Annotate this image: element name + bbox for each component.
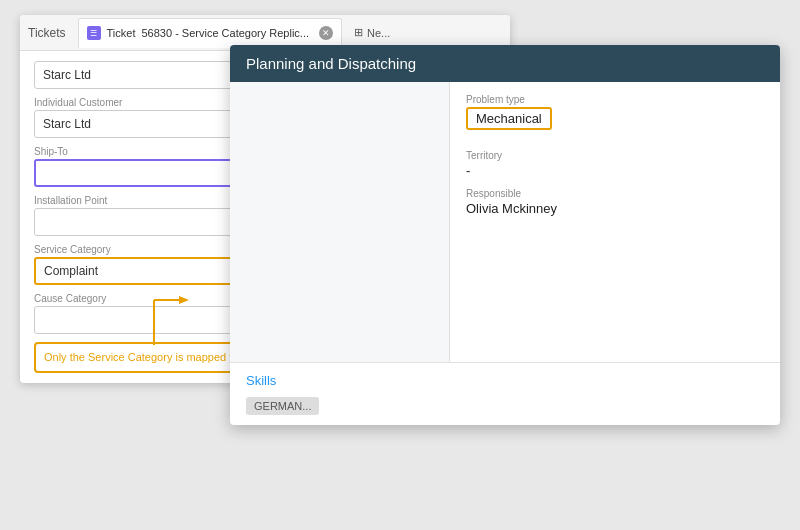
tab-close-button[interactable]: ✕ [319, 26, 333, 40]
planning-body: Problem type Mechanical Territory - Resp… [230, 82, 780, 362]
problem-type-group: Problem type Mechanical [466, 94, 764, 140]
ticket-tab[interactable]: ☰ Ticket 56830 - Service Category Replic… [78, 18, 342, 48]
individual-customer-group: Individual Customer Starc Ltd ⧉ [34, 97, 260, 138]
new-tab[interactable]: ⊞ Ne... [346, 22, 398, 43]
territory-group: Territory - [466, 150, 764, 178]
planning-right-panel: Problem type Mechanical Territory - Resp… [450, 82, 780, 362]
territory-value: - [466, 163, 764, 178]
company-input[interactable]: Starc Ltd ⧉ [34, 61, 260, 89]
responsible-label: Responsible [466, 188, 764, 199]
skills-title: Skills [246, 373, 764, 388]
tickets-tab-label: Tickets [28, 26, 66, 40]
planning-left-panel [230, 82, 450, 362]
responsible-value: Olivia Mckinney [466, 201, 764, 216]
ticket-tab-subtitle: 56830 - Service Category Replic... [142, 27, 310, 39]
individual-customer-label: Individual Customer [34, 97, 260, 108]
company-field: Starc Ltd ⧉ [34, 61, 260, 89]
planning-card: Planning and Dispatching Problem type Me… [230, 45, 780, 425]
individual-customer-value: Starc Ltd [43, 117, 91, 131]
planning-header: Planning and Dispatching [230, 45, 780, 82]
callout-arrow [124, 290, 204, 350]
territory-label: Territory [466, 150, 764, 161]
skills-section: Skills GERMAN... [230, 362, 780, 425]
ticket-tab-title: Ticket [107, 27, 136, 39]
service-category-value: Complaint [44, 264, 98, 278]
planning-title: Planning and Dispatching [246, 55, 416, 72]
ticket-tab-icon: ☰ [87, 26, 101, 40]
responsible-group: Responsible Olivia Mckinney [466, 188, 764, 216]
skill-badge: GERMAN... [246, 397, 319, 415]
problem-type-value: Mechanical [466, 107, 552, 130]
individual-customer-input[interactable]: Starc Ltd ⧉ [34, 110, 260, 138]
new-tab-label: Ne... [367, 27, 390, 39]
problem-type-label: Problem type [466, 94, 764, 105]
company-value: Starc Ltd [43, 68, 91, 82]
svg-marker-2 [179, 296, 189, 304]
